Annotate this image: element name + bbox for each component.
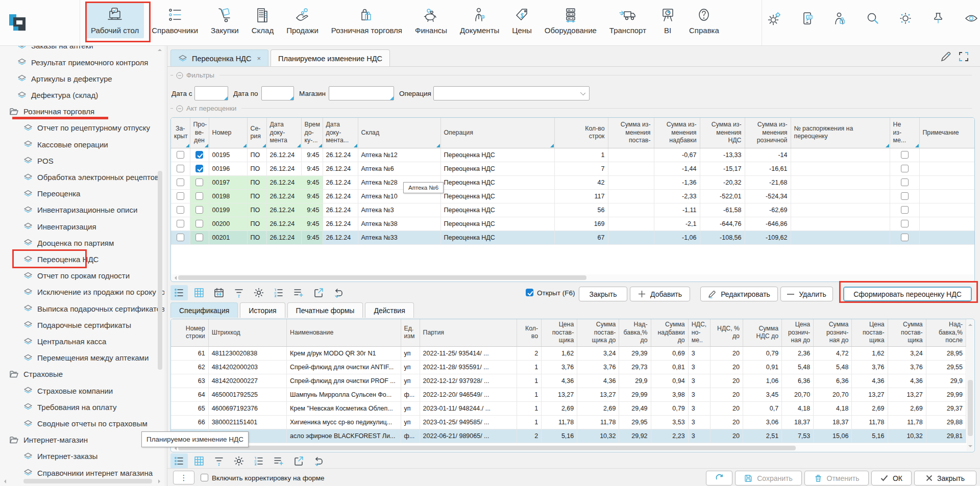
sidebar-item[interactable]: Результат приемочного контроля: [17, 54, 148, 70]
Отменить-button[interactable]: Отменить: [804, 471, 869, 485]
column-header[interactable]: Сумма НДС до: [743, 319, 781, 346]
row-checkbox[interactable]: [901, 151, 909, 159]
nav-equipment[interactable]: Оборудование: [540, 2, 602, 38]
column-header[interactable]: Наименование: [287, 319, 401, 346]
adjust-checkbox[interactable]: [201, 474, 208, 481]
nav-bi[interactable]: BI: [654, 2, 681, 38]
column-header[interactable]: Кол-во: [517, 319, 542, 346]
column-header[interactable]: Над- бавка,% после: [926, 319, 966, 346]
column-header[interactable]: Партия: [420, 319, 517, 346]
sidebar-hscrollbar[interactable]: [23, 479, 152, 483]
refresh-button[interactable]: [706, 471, 732, 485]
row-checkbox[interactable]: [195, 234, 203, 241]
sidebar-scroll-right-arrow[interactable]: [158, 479, 162, 483]
act-row-00199[interactable]: 00199ПО26.12.249:4526.12.24Аптека №3Пере…: [171, 203, 974, 217]
column-header[interactable]: Сумма постав- щика до: [577, 319, 619, 346]
Сформировать переоценку НДС-button[interactable]: Сформировать переоценку НДС: [843, 287, 972, 301]
column-header[interactable]: Операция: [440, 118, 554, 148]
brightness-icon[interactable]: [898, 11, 913, 25]
column-header[interactable]: Цена постав- щика: [852, 319, 888, 346]
sidebar-item[interactable]: POS: [23, 152, 54, 169]
sidebar-item[interactable]: Инвентаризационные описи: [23, 202, 137, 218]
spec-row[interactable]: 634814202000227Спрей-флюид для очистки P…: [171, 374, 966, 388]
sidebar-scroll-left-arrow[interactable]: [2, 479, 6, 483]
row-checkbox[interactable]: [177, 151, 184, 159]
row-checkbox[interactable]: [901, 206, 909, 214]
spec-row[interactable]: 654600697192376Крем "Невская Косметика О…: [171, 401, 966, 415]
row-checkbox[interactable]: [177, 234, 184, 241]
tab-Спецификация[interactable]: Спецификация: [170, 302, 238, 318]
numlist-icon[interactable]: [270, 285, 287, 300]
fullscreen-icon[interactable]: [958, 51, 969, 62]
row-checkbox[interactable]: [177, 178, 184, 186]
filterlines-icon[interactable]: [230, 285, 248, 300]
row-checkbox[interactable]: [195, 178, 203, 186]
column-header[interactable]: Сумма постав- щика: [888, 319, 926, 346]
act-row-00197[interactable]: 00197ПО26.12.249:4526.12.24Аптека №28Пер…: [171, 175, 974, 189]
settings-gear-icon[interactable]: [768, 11, 782, 25]
column-header[interactable]: Ед. изм: [401, 319, 420, 346]
listview-icon[interactable]: [170, 453, 188, 469]
column-header[interactable]: № распоряжения на переоценку: [791, 118, 890, 148]
spec-row[interactable]: 624814202000203Спрей-флюид для очистки A…: [171, 360, 966, 374]
column-header[interactable]: Сумма надбавки до: [651, 319, 688, 346]
numlist-icon[interactable]: [250, 453, 267, 469]
listplus-icon[interactable]: [270, 453, 287, 469]
eye-icon[interactable]: [964, 11, 979, 25]
column-header[interactable]: Номер строки: [171, 319, 208, 346]
row-checkbox[interactable]: [901, 178, 909, 186]
sidebar-item[interactable]: Требования на оплату: [23, 399, 116, 415]
spec-row[interactable]: 663800021151401Хигиеника мусс ср-во педи…: [171, 415, 966, 429]
column-header[interactable]: Примечание: [919, 118, 974, 148]
nav-purchases[interactable]: Закупки: [206, 2, 244, 38]
sidebar-item[interactable]: Интернет-магазин: [9, 432, 88, 448]
row-checkbox[interactable]: [195, 151, 203, 159]
sidebar-scroll-up-arrow[interactable]: [158, 47, 162, 51]
column-header[interactable]: Сумма из- менения розничной: [745, 118, 791, 148]
act-row-00201[interactable]: 00201ПО26.12.249:4526.12.24Аптека №33Пер…: [171, 231, 974, 244]
sidebar-item[interactable]: Отчет по рецептурному отпуску: [23, 120, 150, 136]
open-f6-checkbox[interactable]: [526, 289, 533, 296]
row-checkbox[interactable]: [177, 220, 184, 227]
column-header[interactable]: Сумма рознич- ная до: [814, 319, 852, 346]
Сохранить-button[interactable]: Сохранить: [735, 471, 802, 485]
spec-row[interactable]: 644650001792525Шампунь Мирролла Сульсен …: [171, 388, 966, 401]
sidebar-item[interactable]: Артикулы в дефектуре: [17, 70, 112, 87]
act-row-00196[interactable]: 00196ПО26.12.249:4526.12.24Аптека №6Пере…: [171, 162, 974, 175]
gear-icon[interactable]: [230, 453, 248, 469]
column-header[interactable]: Врем до- ку-...: [301, 118, 323, 148]
column-header[interactable]: Цена рознич- ная до: [782, 319, 814, 346]
sidebar-item[interactable]: Переоценка НДС: [23, 251, 99, 268]
row-checkbox[interactable]: [901, 192, 909, 200]
listplus-icon[interactable]: [290, 285, 307, 300]
act-row-00198[interactable]: 00198ПО26.12.249:4526.12.24Аптека №10Пер…: [171, 189, 974, 203]
row-checkbox[interactable]: [195, 206, 203, 214]
date-to-input[interactable]: [261, 86, 294, 100]
sidebar-item[interactable]: Исключение из продажи по сроку годности: [23, 284, 164, 300]
tab[interactable]: Планируемое изменение НДС: [271, 49, 390, 67]
sidebar-item[interactable]: Переоценка: [23, 186, 80, 202]
Добавить-button[interactable]: Добавить: [630, 287, 690, 301]
nav-finance[interactable]: Финансы: [410, 2, 452, 38]
nav-prices[interactable]: Цены: [507, 2, 537, 38]
sidebar-item[interactable]: Страховые: [9, 366, 63, 382]
operation-select[interactable]: [433, 86, 590, 100]
row-checkbox[interactable]: [901, 234, 909, 241]
act-row-00195[interactable]: 00195ПО26.12.249:4526.12.24Аптека №12Пер…: [171, 148, 974, 162]
row-checkbox[interactable]: [177, 206, 184, 214]
row-checkbox[interactable]: [195, 192, 203, 200]
spec-table-vscrollbar[interactable]: [967, 320, 974, 451]
column-header[interactable]: Се- рия: [247, 118, 266, 148]
spec-row[interactable]: 614811230020838Крем д/рук MODO QR 30г N1…: [171, 346, 966, 360]
listview-icon[interactable]: [170, 285, 188, 300]
column-header[interactable]: За- крыт: [171, 118, 190, 148]
external-icon[interactable]: [310, 285, 327, 300]
more-button[interactable]: ⋮: [173, 471, 194, 484]
column-header[interactable]: Дата доку- мента...: [323, 118, 358, 148]
calendar-icon[interactable]: [210, 285, 228, 300]
sidebar-item[interactable]: Сводные отчеты по страховым: [23, 416, 148, 432]
edit-icon[interactable]: [940, 51, 951, 62]
sidebar-item[interactable]: Обработка электронных рецептов: [23, 169, 159, 186]
nav-references[interactable]: Справочники: [146, 2, 203, 38]
column-header[interactable]: Склад: [358, 118, 440, 148]
